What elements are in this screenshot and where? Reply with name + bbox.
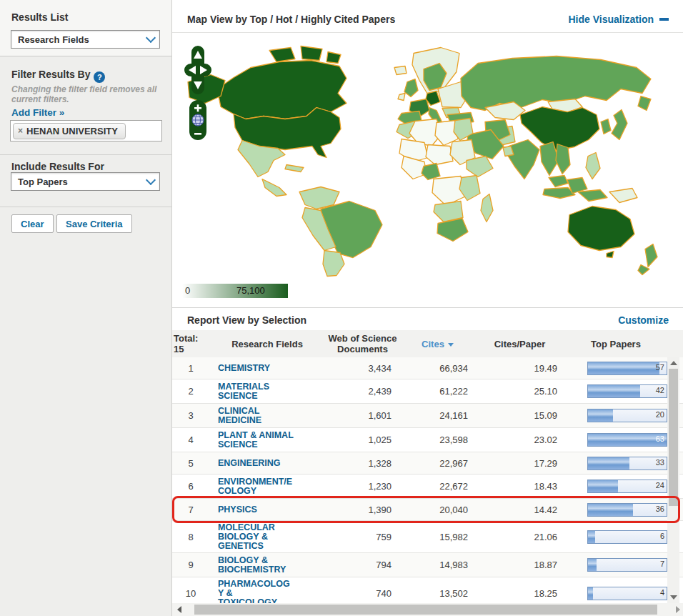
results-list-section: Results List Research Fields: [0, 0, 171, 56]
research-field-link[interactable]: PLANT & ANIMALSCIENCE: [209, 431, 325, 449]
map-view-title: Map View by Top / Hot / Highly Cited Pap…: [187, 14, 395, 25]
docs-value: 1,601: [325, 410, 400, 421]
top-papers-cell: 33: [564, 457, 667, 470]
sidebar-divider: [0, 154, 171, 155]
pan-control-icon[interactable]: [184, 46, 211, 94]
cites-value: 61,222: [400, 386, 475, 397]
scroll-left-icon[interactable]: [177, 606, 181, 613]
top-papers-bar: 6: [587, 530, 667, 544]
docs-value: 1,328: [325, 458, 400, 469]
column-header-wos-documents[interactable]: Web of ScienceDocuments: [325, 333, 400, 354]
save-criteria-button[interactable]: Save Criteria: [56, 214, 132, 233]
vertical-scrollbar-thumb[interactable]: [669, 369, 678, 506]
scale-max-label: 75,100: [236, 285, 265, 296]
top-papers-cell: 4: [564, 587, 667, 600]
map-controls: [182, 44, 214, 141]
remove-filter-icon[interactable]: ×: [18, 126, 23, 135]
top-papers-cell: 7: [564, 558, 667, 572]
column-header-cites[interactable]: Cites: [400, 339, 475, 349]
top-papers-bar-fill: [588, 531, 595, 543]
top-papers-bar-fill: [588, 434, 667, 446]
research-field-link[interactable]: CLINICALMEDICINE: [209, 407, 325, 425]
collapse-minus-icon[interactable]: [659, 18, 669, 21]
research-field-link[interactable]: MATERIALSSCIENCE: [209, 382, 325, 401]
research-field-link[interactable]: ENGINEERING: [209, 459, 325, 468]
filter-results-heading: Filter Results By?: [11, 69, 105, 83]
top-papers-value: 36: [656, 505, 664, 513]
top-papers-cell: 6: [564, 530, 667, 544]
top-papers-bar-fill: [588, 559, 597, 571]
row-rank: 7: [172, 505, 209, 515]
filter-tag-label: HENAN UNIVERSITY: [26, 126, 118, 136]
filter-tag[interactable]: × HENAN UNIVERSITY: [13, 123, 126, 139]
help-icon[interactable]: ?: [94, 71, 105, 83]
row-rank: 4: [172, 434, 209, 445]
table-body: 1CHEMISTRY3,43466,93419.49572MATERIALSSC…: [172, 357, 683, 603]
table-row: 9BIOLOGY &BIOCHEMISTRY79414,98318.877: [172, 553, 683, 577]
cites-value: 66,934: [400, 363, 475, 374]
top-papers-bar-fill: [588, 409, 613, 422]
world-map[interactable]: [178, 37, 678, 280]
research-field-link[interactable]: ENVIRONMENT/ECOLOGY: [209, 477, 325, 496]
sort-desc-icon: [448, 343, 454, 347]
top-papers-bar-fill: [588, 504, 633, 516]
report-view-title: Report View by Selection: [187, 314, 306, 326]
results-list-dropdown[interactable]: Research Fields: [11, 30, 160, 49]
top-papers-value: 20: [656, 410, 664, 419]
results-list-dropdown-value: Research Fields: [18, 34, 89, 45]
zoom-control-icon[interactable]: [189, 100, 206, 140]
research-field-link[interactable]: CHEMISTRY: [209, 364, 325, 373]
research-field-link[interactable]: PHYSICS: [209, 505, 325, 515]
cites-per-paper-value: 19.49: [475, 363, 564, 374]
customize-link[interactable]: Customize: [618, 314, 669, 326]
docs-value: 1,025: [325, 434, 400, 445]
filters-sidebar: Results List Research Fields Filter Resu…: [0, 0, 172, 616]
docs-value: 794: [325, 560, 400, 570]
filter-tags-box: × HENAN UNIVERSITY: [10, 120, 162, 141]
top-papers-bar-fill: [588, 457, 629, 470]
column-header-top-papers[interactable]: Top Papers: [564, 339, 667, 349]
column-header-cites-per-paper[interactable]: Cites/Paper: [475, 339, 564, 349]
research-field-link[interactable]: BIOLOGY &BIOCHEMISTRY: [209, 556, 325, 575]
horizontal-scrollbar[interactable]: [172, 603, 683, 616]
cites-per-paper-value: 14.42: [475, 505, 564, 515]
research-field-link[interactable]: PHARMACOLOGY &TOXICOLOGY: [209, 580, 325, 604]
top-papers-value: 7: [660, 560, 664, 568]
table-row: 7PHYSICS1,39020,04014.4236: [172, 499, 683, 521]
cites-per-paper-value: 23.02: [475, 434, 564, 445]
cites-value: 14,983: [400, 560, 475, 570]
top-papers-value: 57: [656, 363, 664, 372]
row-rank: 3: [172, 410, 209, 421]
top-papers-bar: 4: [587, 587, 667, 600]
row-rank: 9: [172, 560, 209, 570]
row-rank: 2: [172, 386, 209, 397]
top-papers-bar: 57: [587, 362, 667, 375]
main-panel: Map View by Top / Hot / Highly Cited Pap…: [172, 0, 683, 616]
scroll-up-icon[interactable]: [670, 361, 677, 365]
cites-per-paper-value: 17.29: [475, 458, 564, 469]
cites-value: 22,672: [400, 481, 475, 492]
cites-value: 15,982: [400, 532, 475, 542]
top-papers-bar: 42: [587, 384, 667, 398]
top-papers-bar-fill: [588, 362, 659, 374]
vertical-scrollbar[interactable]: [667, 357, 679, 603]
add-filter-link[interactable]: Add Filter »: [11, 107, 64, 118]
table-row: 6ENVIRONMENT/ECOLOGY1,23022,67218.4324: [172, 475, 683, 499]
hide-visualization-link[interactable]: Hide Visualization: [568, 14, 654, 25]
cites-value: 23,598: [400, 434, 475, 445]
divider: [172, 32, 683, 33]
globe-icon: [192, 114, 204, 126]
scale-min-label: 0: [185, 285, 190, 296]
cites-per-paper-value: 18.87: [475, 560, 564, 570]
filter-note: Changing the filter field removes all cu…: [11, 84, 159, 104]
research-field-link[interactable]: MOLECULARBIOLOGY &GENETICS: [209, 523, 325, 551]
column-header-research-fields[interactable]: Research Fields: [209, 339, 325, 349]
clear-button[interactable]: Clear: [11, 214, 54, 233]
scroll-right-icon[interactable]: [676, 606, 680, 613]
include-results-dropdown[interactable]: Top Papers: [11, 172, 160, 191]
horizontal-scrollbar-thumb[interactable]: [194, 605, 657, 615]
table-row: 4PLANT & ANIMALSCIENCE1,02523,59823.0263: [172, 428, 683, 452]
zoom-out-icon: [194, 133, 201, 135]
top-papers-cell: 63: [564, 433, 667, 447]
scroll-down-icon[interactable]: [670, 595, 677, 600]
